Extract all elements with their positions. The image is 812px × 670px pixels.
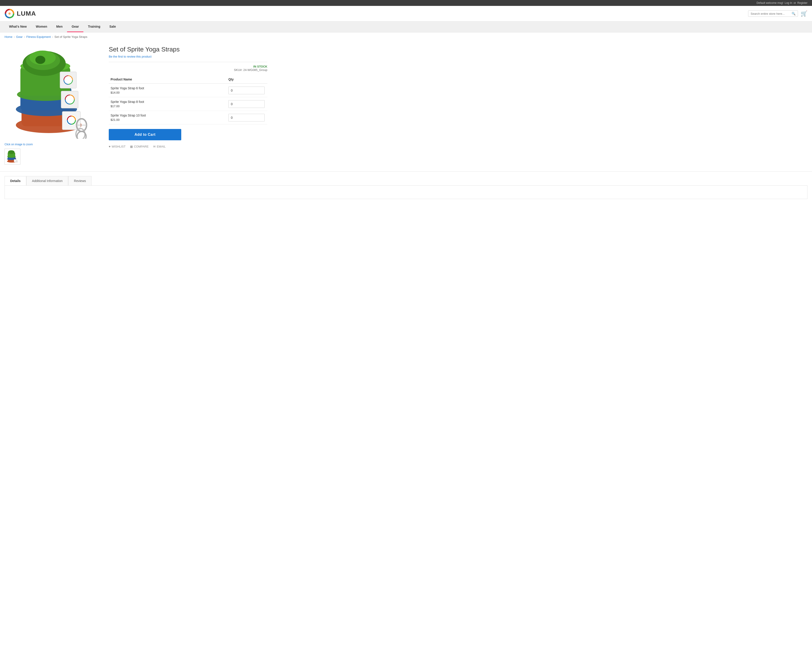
qty-input-2[interactable] xyxy=(228,114,265,122)
in-stock-badge: IN STOCK xyxy=(109,65,267,68)
cart-icon[interactable]: 🛒 xyxy=(801,10,807,17)
add-to-cart-button[interactable]: Add to Cart xyxy=(109,129,181,140)
welcome-message: Default welcome msg! xyxy=(756,2,783,5)
table-row: Sprite Yoga Strap 10 foot $21.00 xyxy=(109,111,267,124)
svg-point-33 xyxy=(8,150,15,154)
product-price-1: $17.00 xyxy=(111,105,225,108)
thumbnail-row xyxy=(5,149,100,164)
header-right: 🔍 🛒 xyxy=(748,10,807,17)
register-link[interactable]: Register xyxy=(797,2,807,5)
search-input[interactable] xyxy=(751,12,792,15)
luma-logo-icon xyxy=(5,8,15,19)
compare-link[interactable]: ▩ COMPARE xyxy=(130,145,149,148)
col-header-qty: Qty xyxy=(226,75,267,84)
login-link[interactable]: Log In xyxy=(785,2,792,5)
qty-cell-1 xyxy=(226,97,267,111)
compare-icon: ▩ xyxy=(130,145,133,148)
qty-input-0[interactable] xyxy=(228,86,265,94)
svg-point-22 xyxy=(63,75,73,85)
review-link[interactable]: Be the first to review this product xyxy=(109,55,267,58)
nav-women[interactable]: Women xyxy=(31,22,52,32)
wishlist-icon: ♥ xyxy=(109,145,111,148)
product-name-cell: Sprite Yoga Strap 10 foot $21.00 xyxy=(109,111,226,124)
qty-input-1[interactable] xyxy=(228,100,265,108)
logo-text: LUMA xyxy=(17,10,36,17)
product-main-image[interactable] xyxy=(5,46,100,141)
sku-display: SKU#: 24-WG085_Group xyxy=(109,68,267,72)
stock-sku-section: IN STOCK SKU#: 24-WG085_Group xyxy=(109,62,267,72)
product-table: Product Name Qty Sprite Yoga Strap 6 foo… xyxy=(109,75,267,124)
product-image-svg xyxy=(14,48,91,139)
or-separator: or xyxy=(793,2,796,5)
product-name-1: Sprite Yoga Strap 8 foot xyxy=(111,100,225,103)
wishlist-link[interactable]: ♥ WISHLIST xyxy=(109,145,125,148)
breadcrumb-current: Set of Sprite Yoga Straps xyxy=(54,35,87,39)
svg-point-2 xyxy=(8,12,11,15)
header: LUMA 🔍 🛒 xyxy=(0,6,812,22)
nav-men[interactable]: Men xyxy=(52,22,67,32)
zoom-hint[interactable]: Click on image to zoom xyxy=(5,143,100,146)
tabs: DetailsAdditional InformationReviews xyxy=(5,176,807,185)
product-name-cell: Sprite Yoga Strap 8 foot $17.00 xyxy=(109,97,226,111)
tab-reviews[interactable]: Reviews xyxy=(68,176,91,185)
nav-gear[interactable]: Gear xyxy=(67,22,83,32)
tabs-section: DetailsAdditional InformationReviews xyxy=(0,171,812,203)
breadcrumb-home[interactable]: Home xyxy=(5,35,12,39)
nav-training[interactable]: Training xyxy=(83,22,105,32)
nav-whats-new[interactable]: What's New xyxy=(5,22,31,32)
sku-value: 24-WG085_Group xyxy=(243,68,267,72)
svg-point-26 xyxy=(35,56,45,64)
product-name-cell: Sprite Yoga Strap 6 foot $14.00 xyxy=(109,84,226,97)
nav-sale[interactable]: Sale xyxy=(105,22,120,32)
main-content: Click on image to zoom Set of Sprite Yog… xyxy=(0,41,272,169)
product-price-0: $14.00 xyxy=(111,91,225,94)
table-row: Sprite Yoga Strap 6 foot $14.00 xyxy=(109,84,267,97)
breadcrumb-gear[interactable]: Gear xyxy=(16,35,23,39)
compare-label: COMPARE xyxy=(134,145,149,148)
tab-details[interactable]: Details xyxy=(5,176,26,185)
email-label: EMAIL xyxy=(157,145,165,148)
breadcrumb-fitness[interactable]: Fitness Equipment xyxy=(26,35,51,39)
main-nav: What's New Women Men Gear Training Sale xyxy=(0,22,812,32)
breadcrumb: Home › Gear › Fitness Equipment › Set of… xyxy=(0,32,812,41)
search-icon[interactable]: 🔍 xyxy=(792,12,795,15)
tab-content xyxy=(5,185,807,199)
wishlist-label: WISHLIST xyxy=(112,145,125,148)
product-title: Set of Sprite Yoga Straps xyxy=(109,46,267,53)
email-icon: ✉ xyxy=(153,145,155,148)
email-link[interactable]: ✉ EMAIL xyxy=(153,145,165,148)
thumbnail-svg xyxy=(6,150,19,163)
action-links: ♥ WISHLIST ▩ COMPARE ✉ EMAIL xyxy=(109,145,267,148)
svg-point-20 xyxy=(65,95,75,105)
product-price-2: $21.00 xyxy=(111,118,225,122)
tab-additional-information[interactable]: Additional Information xyxy=(26,176,68,185)
qty-cell-2 xyxy=(226,111,267,124)
qty-cell-0 xyxy=(226,84,267,97)
product-image-section: Click on image to zoom xyxy=(5,46,100,164)
product-details: Set of Sprite Yoga Straps Be the first t… xyxy=(109,46,267,164)
top-bar: Default welcome msg! Log In or Register xyxy=(0,0,812,6)
logo[interactable]: LUMA xyxy=(5,8,36,19)
product-name-0: Sprite Yoga Strap 6 foot xyxy=(111,86,225,90)
breadcrumb-sep-1: › xyxy=(14,35,15,39)
col-header-name: Product Name xyxy=(109,75,226,84)
sku-label: SKU#: xyxy=(234,68,243,72)
breadcrumb-sep-3: › xyxy=(52,35,53,39)
breadcrumb-sep-2: › xyxy=(24,35,25,39)
thumbnail-1[interactable] xyxy=(5,149,20,164)
product-name-2: Sprite Yoga Strap 10 foot xyxy=(111,113,225,117)
table-row: Sprite Yoga Strap 8 foot $17.00 xyxy=(109,97,267,111)
search-bar[interactable]: 🔍 xyxy=(748,10,798,17)
